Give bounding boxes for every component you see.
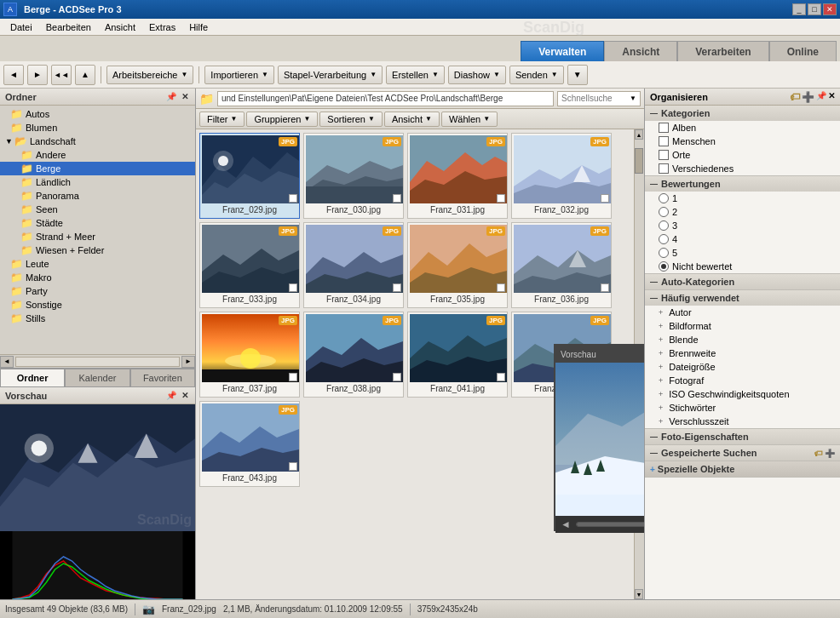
org-item-iso[interactable]: + ISO Geschwindigkeitsquoten <box>645 387 840 401</box>
menu-ansicht[interactable]: Ansicht <box>98 20 142 34</box>
nav-back-button[interactable]: ◄ <box>3 65 24 85</box>
tab-verarbeiten[interactable]: Verarbeiten <box>677 41 768 61</box>
thumbnail-item[interactable]: JPG Franz_033.jpg <box>199 222 300 308</box>
save-search-icon[interactable]: 🏷 <box>814 449 823 458</box>
minimize-button[interactable]: _ <box>792 3 806 15</box>
tab-favoriten[interactable]: Favoriten <box>130 369 195 386</box>
close-panel-icon[interactable]: ✕ <box>180 91 190 102</box>
thumb-checkbox[interactable] <box>289 194 297 203</box>
bewertungen-header[interactable]: — Bewertungen <box>645 176 840 192</box>
thumb-checkbox[interactable] <box>393 283 401 292</box>
org-item-bildformat[interactable]: + Bildformat <box>645 319 840 333</box>
thumb-checkbox[interactable] <box>289 283 297 292</box>
org-item-rating-4[interactable]: 4 <box>645 232 840 246</box>
org-item-rating-3[interactable]: 3 <box>645 219 840 232</box>
menu-extras[interactable]: Extras <box>142 20 182 34</box>
thumbnail-item[interactable]: JPG Franz_037.jpg <box>199 312 300 398</box>
thumb-checkbox[interactable] <box>497 194 505 203</box>
tree-item-wiesen[interactable]: 📁 Wiesen + Felder <box>0 243 195 257</box>
scroll-down-button[interactable]: ▼ <box>635 589 643 599</box>
tree-item-staedte[interactable]: 📁 Städte <box>0 216 195 230</box>
thumbnail-item[interactable]: JPG Franz_041.jpg <box>407 312 508 398</box>
group-button[interactable]: Gruppieren ▼ <box>246 112 318 127</box>
org-item-nicht-bewertet[interactable]: Nicht bewertet <box>645 260 840 273</box>
more-button[interactable]: ▼ <box>567 65 588 85</box>
close-preview-icon[interactable]: ✕ <box>180 390 190 401</box>
tab-verwalten[interactable]: Verwalten <box>521 41 604 61</box>
tree-item-seen[interactable]: 📁 Seen <box>0 203 195 216</box>
tab-kalender[interactable]: Kalender <box>65 369 129 386</box>
thumbnail-item[interactable]: JPG Franz_030.jpg <box>303 133 404 219</box>
tree-item-makro[interactable]: 📁 Makro <box>0 271 195 284</box>
thumb-checkbox[interactable] <box>393 194 401 203</box>
radio-1[interactable] <box>659 193 669 203</box>
org-item-brennweite[interactable]: + Brennweite <box>645 346 840 360</box>
org-item-verschlusszeit[interactable]: + Verschlusszeit <box>645 415 840 428</box>
org-item-rating-2[interactable]: 2 <box>645 205 840 219</box>
batch-dropdown[interactable]: Stapel-Verarbeitung ▼ <box>278 66 383 84</box>
tree-scroll-bar[interactable]: ◄ ► <box>0 354 195 368</box>
org-icon-1[interactable]: 🏷 <box>790 91 800 103</box>
org-item-blende[interactable]: + Blende <box>645 333 840 346</box>
thumbnail-item[interactable]: JPG Franz_034.jpg <box>303 222 404 308</box>
thumbnail-item[interactable]: JPG Franz_043.jpg <box>199 401 300 487</box>
org-item-orte[interactable]: Orte <box>645 148 840 162</box>
search-input[interactable] <box>561 94 630 103</box>
thumb-checkbox[interactable] <box>497 373 505 381</box>
tree-item-autos[interactable]: 📁 Autos <box>0 107 195 121</box>
menu-hilfe[interactable]: Hilfe <box>182 20 215 34</box>
thumb-checkbox[interactable] <box>601 283 609 292</box>
thumbnail-item[interactable]: JPG Franz_036.jpg <box>511 222 612 308</box>
tree-item-sonstige[interactable]: 📁 Sonstige <box>0 298 195 312</box>
send-dropdown[interactable]: Senden ▼ <box>509 66 564 84</box>
tree-item-party[interactable]: 📁 Party <box>0 284 195 298</box>
checkbox-orte[interactable] <box>659 150 669 160</box>
thumb-checkbox[interactable] <box>497 283 505 292</box>
filter-button[interactable]: Filter ▼ <box>199 112 245 127</box>
menu-bearbeiten[interactable]: Bearbeiten <box>39 20 98 34</box>
scroll-left-btn[interactable]: ◄ <box>0 356 14 368</box>
tree-item-blumen[interactable]: 📁 Blumen <box>0 121 195 134</box>
tree-item-berge[interactable]: 📁 Berge <box>0 162 195 175</box>
checkbox-verschiedenes[interactable] <box>659 163 669 174</box>
org-item-dateigroesse[interactable]: + Dateigröße <box>645 360 840 374</box>
maximize-button[interactable]: □ <box>808 3 821 15</box>
thumb-checkbox[interactable] <box>393 373 401 381</box>
org-item-verschiedenes[interactable]: Verschiedenes <box>645 162 840 175</box>
tree-item-laendlich[interactable]: 📁 Ländlich <box>0 175 195 189</box>
thumbnail-item[interactable]: JPG Franz_035.jpg <box>407 222 508 308</box>
tree-item-panorama[interactable]: 📁 Panorama <box>0 189 195 203</box>
tab-ansicht[interactable]: Ansicht <box>604 41 677 61</box>
org-item-autor[interactable]: + Autor <box>645 306 840 319</box>
gespeicherte-header[interactable]: — Gespeicherte Suchen 🏷 ➕ <box>645 445 840 461</box>
tree-item-stills[interactable]: 📁 Stills <box>0 312 195 325</box>
menu-datei[interactable]: Datei <box>3 20 39 34</box>
thumbnail-item[interactable]: JPG Franz_029.jpg <box>199 133 300 219</box>
radio-5[interactable] <box>659 248 669 258</box>
auto-kategorien-header[interactable]: — Auto-Kategorien <box>645 274 840 289</box>
select-button[interactable]: Wählen ▼ <box>441 112 498 127</box>
org-icon-2[interactable]: ➕ <box>802 91 814 103</box>
close-org-icon[interactable]: ✕ <box>828 91 835 103</box>
checkbox-menschen[interactable] <box>659 136 669 146</box>
pin-icon[interactable]: 📌 <box>164 390 178 401</box>
tree-item-andere[interactable]: 📁 Andere <box>0 148 195 162</box>
radio-2[interactable] <box>659 207 669 217</box>
popup-slider[interactable] <box>576 522 644 527</box>
thumb-checkbox[interactable] <box>289 373 297 381</box>
org-item-alben[interactable]: Alben <box>645 121 840 134</box>
prev-icon[interactable]: ◄ <box>561 518 571 530</box>
sort-button[interactable]: Sortieren ▼ <box>319 112 383 127</box>
thumb-checkbox[interactable] <box>289 462 297 471</box>
close-button[interactable]: ✕ <box>823 3 837 15</box>
thumbnail-item[interactable]: JPG Franz_032.jpg <box>511 133 612 219</box>
radio-3[interactable] <box>659 220 669 231</box>
tree-item-landschaft[interactable]: ▼ 📂 Landschaft <box>0 134 195 148</box>
pin-icon[interactable]: 📌 <box>816 91 826 103</box>
search-dropdown-icon[interactable]: ▼ <box>630 94 636 102</box>
radio-nicht-bewertet[interactable] <box>659 261 669 272</box>
haufig-header[interactable]: — Häufig verwendet <box>645 290 840 306</box>
checkbox-alben[interactable] <box>659 123 669 133</box>
add-search-icon[interactable]: ➕ <box>825 449 835 458</box>
tree-item-strand[interactable]: 📁 Strand + Meer <box>0 230 195 243</box>
